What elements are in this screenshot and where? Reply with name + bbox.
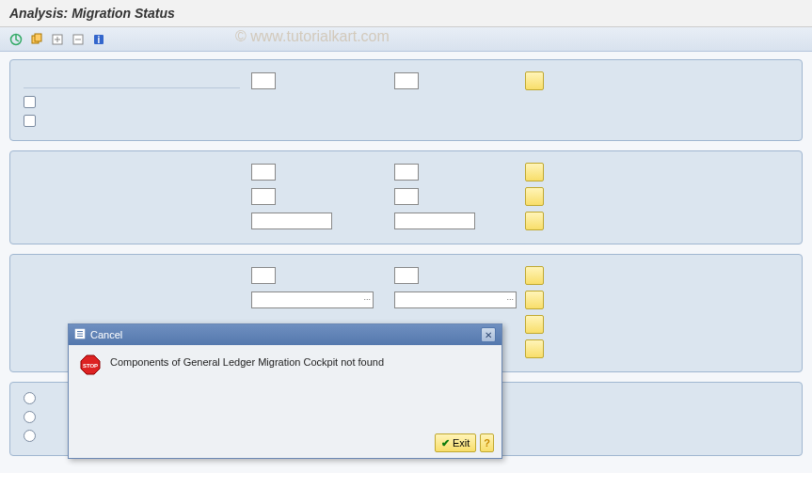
multi-select-button[interactable] — [525, 212, 544, 230]
input-field[interactable] — [394, 291, 517, 308]
page-title: Analysis: Migration Status — [0, 0, 812, 27]
execute-icon[interactable] — [8, 31, 24, 48]
svg-text:STOP: STOP — [83, 363, 98, 369]
multi-select-button[interactable] — [525, 187, 544, 206]
exit-button[interactable]: ✔ Exit — [435, 433, 476, 452]
multi-select-button[interactable] — [525, 339, 544, 358]
multi-select-button[interactable] — [525, 315, 544, 334]
dialog-title-icon — [74, 328, 86, 341]
input-field[interactable] — [251, 291, 374, 308]
expand-icon[interactable] — [49, 31, 66, 48]
dialog-message: Components of General Ledger Migration C… — [110, 354, 384, 375]
input-field[interactable] — [251, 188, 276, 205]
selection-panel-2 — [9, 150, 803, 244]
input-field[interactable] — [251, 213, 332, 229]
multi-select-button[interactable] — [525, 266, 544, 285]
checkbox[interactable] — [24, 115, 36, 127]
multi-select-button[interactable] — [525, 71, 544, 90]
help-button[interactable]: ? — [480, 433, 494, 452]
check-icon: ✔ — [441, 437, 450, 449]
input-field[interactable] — [394, 213, 475, 229]
input-field[interactable] — [251, 267, 276, 284]
radio-option[interactable] — [24, 411, 36, 423]
radio-option[interactable] — [24, 392, 36, 404]
multi-select-button[interactable] — [525, 163, 544, 181]
toolbar: i — [0, 27, 812, 52]
input-field[interactable] — [251, 72, 276, 89]
input-field[interactable] — [251, 164, 276, 181]
radio-option[interactable] — [24, 430, 36, 442]
selection-panel-1 — [9, 59, 803, 141]
dialog-footer: ✔ Exit ? — [435, 433, 494, 452]
field-label — [24, 73, 240, 88]
cancel-dialog: Cancel ✕ STOP Components of General Ledg… — [68, 323, 502, 459]
dialog-title-text: Cancel — [90, 329, 122, 340]
dialog-titlebar: Cancel ✕ — [69, 324, 502, 345]
input-field[interactable] — [394, 164, 419, 181]
input-field[interactable] — [394, 188, 419, 205]
stop-icon: STOP — [80, 354, 101, 375]
input-field[interactable] — [394, 72, 419, 89]
svg-text:i: i — [98, 35, 101, 45]
multi-select-button[interactable] — [525, 291, 544, 309]
close-icon[interactable]: ✕ — [481, 327, 496, 342]
help-icon: ? — [484, 437, 490, 449]
collapse-icon[interactable] — [70, 31, 87, 48]
input-field[interactable] — [394, 267, 419, 284]
dialog-body: STOP Components of General Ledger Migrat… — [69, 345, 502, 385]
exit-button-label: Exit — [453, 437, 470, 449]
get-variant-icon[interactable] — [28, 31, 45, 48]
svg-rect-2 — [35, 34, 41, 41]
checkbox[interactable] — [24, 96, 36, 108]
info-icon[interactable]: i — [90, 31, 107, 48]
